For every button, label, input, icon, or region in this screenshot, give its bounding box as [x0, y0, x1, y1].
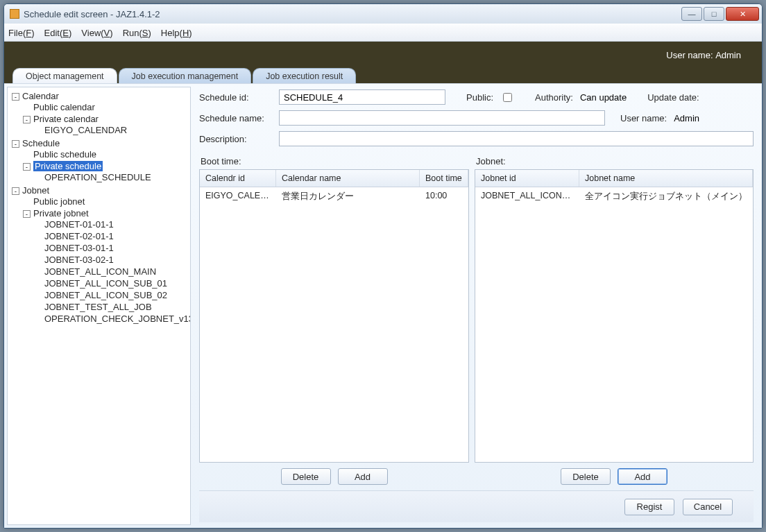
tree-item[interactable]: JOBNET_ALL_ICON_SUB_01 [44, 278, 167, 289]
jobnet-block: Jobnet: Jobnet id Jobnet name JOBNET_ALL… [475, 152, 754, 490]
col-jobnet-name[interactable]: Jobnet name [579, 170, 753, 187]
jobnet-label: Jobnet: [476, 156, 754, 166]
body: -Calendar Public calendar -Private calen… [4, 83, 762, 528]
tree-operation-schedule[interactable]: OPERATION_SCHEDULE [44, 172, 151, 182]
tree-jobnet[interactable]: Jobnet [22, 185, 49, 196]
cell-calendar-id: EIGYO_CALENDAR [200, 187, 276, 206]
tree-item[interactable]: JOBNET_ALL_ICON_SUB_02 [44, 290, 167, 300]
table-row[interactable]: EIGYO_CALENDAR 営業日カレンダー 10:00 [200, 187, 468, 207]
app-window: Schedule edit screen - JAZ1.4.1-2 — □ ✕ … [3, 3, 763, 529]
tree-toggle[interactable]: - [12, 93, 19, 101]
tree-private-schedule[interactable]: Private schedule [33, 161, 103, 171]
schedule-id-label: Schedule id: [199, 92, 272, 103]
jobnet-grid[interactable]: Jobnet id Jobnet name JOBNET_ALL_ICON_MA… [475, 169, 754, 463]
close-button[interactable]: ✕ [726, 7, 759, 21]
menu-edit[interactable]: Edit(E) [44, 28, 72, 38]
tree-toggle[interactable]: - [12, 187, 19, 195]
maximize-button[interactable]: □ [704, 7, 724, 21]
boot-delete-button[interactable]: Delete [281, 468, 331, 485]
public-label: Public: [466, 92, 493, 103]
tree-private-jobnet[interactable]: Private jobnet [33, 208, 89, 218]
tab-job-execution-result[interactable]: Job execution result [253, 68, 356, 83]
tree-item[interactable]: JOBNET_TEST_ALL_JOB [44, 302, 152, 312]
public-checkbox[interactable] [503, 93, 512, 102]
tree-schedule[interactable]: Schedule [22, 138, 60, 148]
tree-item[interactable]: JOBNET-01-01-1 [44, 219, 114, 230]
tree-item[interactable]: JOBNET-03-01-1 [44, 243, 114, 253]
boot-time-label: Boot time: [201, 156, 469, 166]
tree-item[interactable]: JOBNET-03-02-1 [44, 255, 114, 265]
jobnet-delete-button[interactable]: Delete [561, 468, 611, 485]
tree-eigyo-calendar[interactable]: EIGYO_CALENDAR [44, 125, 127, 135]
header-band: User name: Admin [4, 42, 762, 68]
tree-public-calendar[interactable]: Public calendar [33, 102, 95, 112]
col-jobnet-id[interactable]: Jobnet id [475, 170, 579, 187]
app-icon [10, 9, 19, 19]
user-name-label: User name: [620, 113, 667, 123]
menu-help[interactable]: Help(H) [161, 28, 192, 38]
header-user-value: Admin [715, 50, 741, 60]
bottom-bar: Regist Cancel [199, 490, 754, 522]
tree-public-schedule[interactable]: Public schedule [33, 149, 96, 160]
menu-view[interactable]: View(V) [81, 28, 112, 38]
menu-file[interactable]: File(F) [8, 28, 35, 38]
schedule-id-input[interactable] [279, 89, 445, 105]
tree-calendar[interactable]: Calendar [22, 91, 59, 101]
boot-time-grid[interactable]: Calendr id Calendar name Boot time EIGYO… [199, 169, 469, 463]
minimize-button[interactable]: — [681, 7, 702, 21]
cell-calendar-name: 営業日カレンダー [276, 187, 420, 206]
tab-object-management[interactable]: Object management [12, 68, 117, 83]
tree-toggle[interactable]: - [12, 140, 19, 148]
authority-value: Can update [580, 92, 627, 103]
jobnet-add-button[interactable]: Add [618, 468, 667, 485]
menu-run[interactable]: Run(S) [123, 28, 151, 38]
regist-button[interactable]: Regist [624, 499, 674, 515]
object-tree[interactable]: -Calendar Public calendar -Private calen… [7, 87, 191, 525]
user-name-value: Admin [674, 113, 699, 123]
tree-item[interactable]: OPERATION_CHECK_JOBNET_v130 [44, 314, 191, 324]
boot-time-block: Boot time: Calendr id Calendar name Boot… [199, 152, 469, 490]
description-input[interactable] [279, 131, 754, 146]
authority-label: Authority: [535, 92, 573, 103]
schedule-name-input[interactable] [279, 110, 605, 126]
header-user-label: User name: [666, 50, 713, 60]
col-boot-time[interactable]: Boot time [420, 170, 468, 187]
tree-public-jobnet[interactable]: Public jobnet [33, 196, 85, 207]
cell-boot-time: 10:00 [420, 187, 468, 206]
update-date-label: Update date: [647, 92, 699, 103]
tree-toggle[interactable]: - [23, 116, 31, 123]
window-title: Schedule edit screen - JAZ1.4.1-2 [24, 9, 680, 19]
col-calendar-name[interactable]: Calendar name [276, 170, 420, 187]
tree-item[interactable]: JOBNET_ALL_ICON_MAIN [44, 266, 156, 277]
tabs: Object management Job execution manageme… [4, 68, 762, 83]
tree-item[interactable]: JOBNET-02-01-1 [44, 231, 114, 241]
col-calendar-id[interactable]: Calendr id [200, 170, 276, 187]
boot-add-button[interactable]: Add [338, 468, 388, 485]
schedule-name-label: Schedule name: [199, 113, 272, 123]
title-bar[interactable]: Schedule edit screen - JAZ1.4.1-2 — □ ✕ [4, 4, 762, 24]
cell-jobnet-id: JOBNET_ALL_ICON_MAIN [475, 187, 579, 206]
table-row[interactable]: JOBNET_ALL_ICON_MAIN 全アイコン実行ジョブネット（メイン） [475, 187, 753, 207]
tree-private-calendar[interactable]: Private calendar [33, 114, 99, 124]
cell-jobnet-name: 全アイコン実行ジョブネット（メイン） [579, 187, 753, 206]
tree-toggle[interactable]: - [23, 163, 31, 171]
tree-toggle[interactable]: - [23, 210, 31, 218]
main-panel: Schedule id: Public: Authority: Can upda… [194, 84, 762, 528]
cancel-button[interactable]: Cancel [683, 499, 733, 515]
menu-bar: File(F) Edit(E) View(V) Run(S) Help(H) [4, 24, 762, 42]
tab-job-execution-management[interactable]: Job execution management [119, 68, 252, 83]
description-label: Description: [199, 134, 272, 144]
